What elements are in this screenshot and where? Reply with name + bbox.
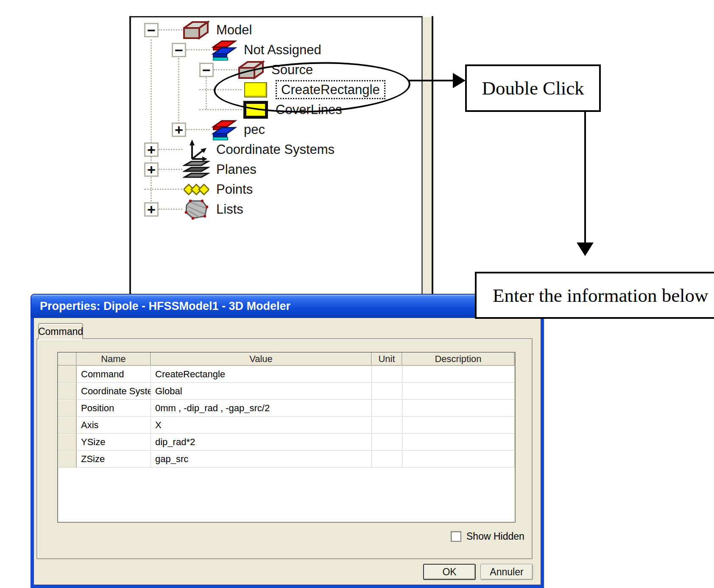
collapse-toggle-icon[interactable]: [199, 63, 214, 77]
cell-unit[interactable]: [372, 400, 402, 417]
cancel-button-label: Annuler: [490, 566, 523, 578]
tree-item-label: Planes: [216, 163, 257, 176]
axes-icon: [182, 139, 210, 160]
row-selector[interactable]: [58, 400, 77, 417]
cell-description[interactable]: [402, 451, 515, 468]
row-selector[interactable]: [58, 434, 77, 451]
cell-value[interactable]: 0mm , -dip_rad , -gap_src/2: [151, 400, 372, 417]
panel-edge-strip: [423, 17, 432, 297]
arrowhead-right-icon: [453, 73, 466, 88]
cell-unit[interactable]: [372, 451, 402, 468]
expand-toggle-icon[interactable]: [172, 123, 186, 137]
command-tab-page: Name Value Unit Description Command Crea…: [36, 338, 533, 559]
double-click-label: Double Click: [482, 77, 584, 99]
expand-toggle-icon[interactable]: [144, 142, 159, 157]
dialog-titlebar[interactable]: Properties: Dipole - HFSSModel1 - 3D Mod…: [31, 294, 544, 318]
tree-item-planes[interactable]: Planes: [131, 159, 421, 179]
row-selector[interactable]: [58, 383, 77, 400]
cell-description[interactable]: [402, 366, 515, 383]
enter-information-label: Enter the information below: [493, 284, 708, 307]
header-name: Name: [77, 353, 151, 366]
row-selector[interactable]: [58, 417, 77, 434]
cell-name: Axis: [77, 417, 151, 434]
tree-item-label: Model: [216, 23, 252, 36]
tree-connector-line: [151, 39, 152, 209]
material-layers-icon: [210, 119, 238, 140]
arrow-to-double-click: [409, 80, 455, 81]
header-description: Description: [402, 353, 515, 366]
tree-item-pec[interactable]: pec: [131, 120, 421, 139]
cell-description[interactable]: [402, 383, 515, 400]
cell-name: YSize: [77, 434, 151, 451]
cell-description[interactable]: [402, 400, 515, 417]
dialog-body: Command Name Value Unit Description Comm…: [31, 318, 544, 588]
tree-item-label: pec: [244, 123, 265, 136]
table-row: Command CreateRectangle: [58, 366, 515, 383]
dialog-title: Properties: Dipole - HFSSModel1 - 3D Mod…: [40, 300, 290, 313]
planes-icon: [182, 159, 210, 180]
cell-name: ZSize: [77, 451, 151, 468]
cell-value[interactable]: CreateRectangle: [151, 366, 372, 383]
ok-button[interactable]: OK: [423, 564, 476, 580]
collapse-toggle-icon[interactable]: [144, 23, 159, 37]
tree-connector-line: [206, 78, 207, 109]
collapse-toggle-icon[interactable]: [172, 43, 186, 57]
ok-button-label: OK: [442, 566, 456, 578]
tree-item-model[interactable]: Model: [131, 20, 421, 40]
properties-table: Name Value Unit Description Command Crea…: [57, 352, 516, 523]
cell-value[interactable]: X: [151, 417, 372, 434]
header-unit: Unit: [372, 353, 402, 366]
model-box-icon: [182, 20, 210, 41]
cell-value[interactable]: Global: [151, 383, 372, 400]
show-hidden-checkbox[interactable]: [451, 531, 461, 542]
table-empty-area: [58, 468, 515, 522]
tree-item-points[interactable]: Points: [131, 179, 421, 199]
table-row: Position 0mm , -dip_rad , -gap_src/2: [58, 400, 515, 417]
cancel-button[interactable]: Annuler: [480, 564, 533, 580]
properties-dialog: Properties: Dipole - HFSSModel1 - 3D Mod…: [31, 294, 544, 588]
row-selector[interactable]: [58, 451, 77, 468]
header-value: Value: [151, 353, 372, 366]
cell-unit[interactable]: [372, 417, 402, 434]
tab-command-label: Command: [38, 326, 83, 337]
panel-outer-border: [432, 16, 433, 297]
tree-item-label: Lists: [216, 203, 243, 216]
cell-name: Command: [77, 366, 151, 383]
show-hidden-label: Show Hidden: [466, 531, 524, 542]
table-row: ZSize gap_src: [58, 451, 515, 468]
cell-description[interactable]: [402, 434, 515, 451]
enter-information-callout: Enter the information below: [475, 272, 714, 319]
tree-item-label: Points: [216, 183, 253, 196]
tree-item-not-assigned[interactable]: Not Assigned: [131, 40, 421, 60]
table-header-row: Name Value Unit Description: [58, 353, 515, 366]
cell-name: Coordinate System: [77, 383, 151, 400]
cell-unit[interactable]: [372, 366, 402, 383]
cell-unit[interactable]: [372, 434, 402, 451]
tree-item-coordinate-systems[interactable]: Coordinate Systems: [131, 139, 421, 159]
expand-toggle-icon[interactable]: [144, 202, 159, 217]
cell-value[interactable]: gap_src: [151, 451, 372, 468]
material-layers-icon: [210, 39, 238, 61]
tree-item-label: Not Assigned: [244, 43, 321, 56]
tree-item-lists[interactable]: Lists: [131, 199, 421, 219]
cell-value[interactable]: dip_rad*2: [151, 434, 372, 451]
tree-item-label: Coordinate Systems: [216, 143, 335, 156]
header-selector-cell: [58, 353, 77, 366]
model-tree-panel: Model Not Assigned Source: [129, 16, 423, 297]
cell-description[interactable]: [402, 417, 515, 434]
lists-icon: [182, 199, 210, 220]
row-selector[interactable]: [58, 366, 77, 383]
table-row: Axis X: [58, 417, 515, 434]
double-click-callout: Double Click: [465, 64, 601, 112]
expand-toggle-icon[interactable]: [144, 162, 159, 177]
tree-connector-line: [178, 58, 179, 129]
cell-name: Position: [77, 400, 151, 417]
tab-command[interactable]: Command: [38, 323, 83, 339]
show-hidden-control: Show Hidden: [451, 531, 524, 542]
table-row: YSize dip_rad*2: [58, 434, 515, 451]
arrow-to-enter-info: [584, 112, 586, 243]
points-icon: [182, 179, 210, 200]
arrowhead-down-icon: [577, 242, 594, 256]
cell-unit[interactable]: [372, 383, 402, 400]
table-row: Coordinate System Global: [58, 383, 515, 400]
